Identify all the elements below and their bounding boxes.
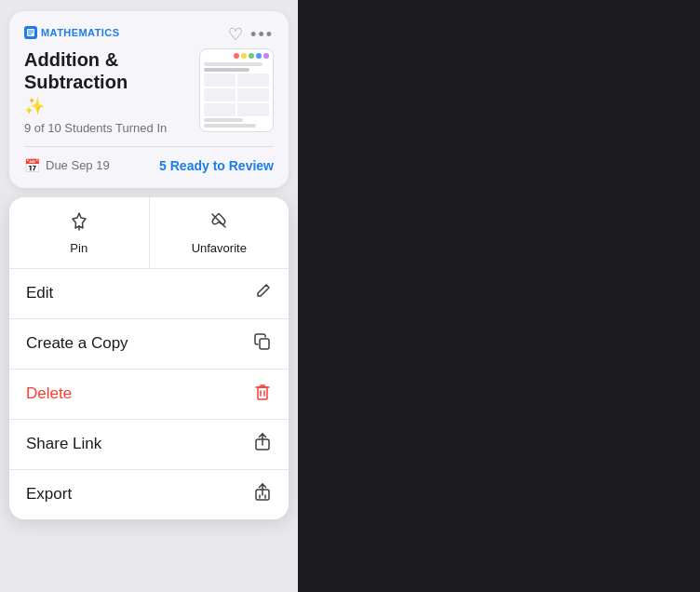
card-actions: ♡ ••• — [228, 26, 274, 43]
card-body: Addition & Subtraction ✨ 9 of 10 Student… — [24, 48, 274, 135]
heart-icon[interactable]: ♡ — [228, 26, 243, 43]
sparkle-icon: ✨ — [24, 97, 45, 117]
subject-icon — [24, 26, 37, 39]
create-copy-menu-item[interactable]: Create a Copy — [9, 319, 289, 370]
share-icon — [253, 433, 272, 456]
assignment-subtitle: 9 of 10 Students Turned In — [24, 121, 190, 135]
right-area — [298, 0, 700, 592]
share-link-menu-item[interactable]: Share Link — [9, 420, 289, 470]
ready-to-review[interactable]: 5 Ready to Review — [159, 158, 274, 173]
menu-top-row: Pin Unfavorite — [9, 197, 289, 269]
unfavorite-icon — [209, 210, 229, 235]
context-menu: Pin Unfavorite Edit Create a — [9, 197, 289, 519]
delete-menu-item[interactable]: Delete — [9, 370, 289, 420]
pin-button[interactable]: Pin — [9, 197, 150, 268]
export-icon — [253, 483, 272, 506]
more-icon[interactable]: ••• — [250, 26, 274, 43]
assignment-card[interactable]: MATHEMATICS ♡ ••• Addition & Subtraction… — [9, 11, 289, 188]
calendar-icon: 📅 — [24, 158, 40, 173]
export-menu-item[interactable]: Export — [9, 470, 289, 519]
due-date: 📅 Due Sep 19 — [24, 158, 110, 173]
card-text: Addition & Subtraction ✨ 9 of 10 Student… — [24, 48, 190, 135]
left-panel: MATHEMATICS ♡ ••• Addition & Subtraction… — [0, 0, 298, 592]
edit-icon — [253, 282, 272, 305]
unfavorite-button[interactable]: Unfavorite — [150, 197, 289, 268]
pin-icon — [69, 210, 89, 235]
card-thumbnail — [199, 48, 274, 132]
svg-line-5 — [212, 214, 225, 227]
card-footer: 📅 Due Sep 19 5 Ready to Review — [24, 146, 274, 173]
edit-menu-item[interactable]: Edit — [9, 269, 289, 319]
subject-label: MATHEMATICS — [24, 26, 119, 39]
trash-icon — [253, 383, 272, 406]
assignment-title: Addition & Subtraction ✨ — [24, 48, 190, 117]
svg-rect-7 — [258, 387, 267, 399]
svg-rect-6 — [260, 339, 269, 349]
copy-icon — [253, 332, 272, 356]
